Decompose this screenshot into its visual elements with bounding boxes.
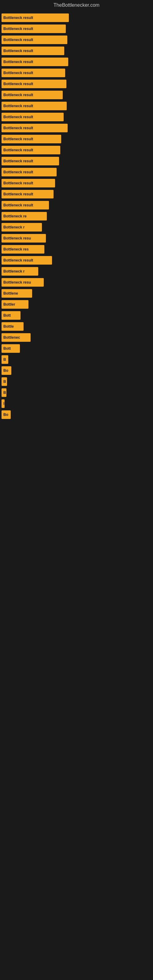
bar-label: Bottleneck result <box>3 16 33 20</box>
bottleneck-bar: Bottleneck result <box>2 102 67 110</box>
bar-label: Bott <box>3 346 11 351</box>
bar-row: Bottle <box>0 322 153 331</box>
bar-label: Bottleneck result <box>3 93 33 97</box>
bar-row: Bottleneck result <box>0 24 153 33</box>
bottleneck-bar: Bottleneck result <box>2 256 52 265</box>
bar-row: Bottleneck r <box>0 223 153 232</box>
bar-label: Bottleneck result <box>3 170 33 174</box>
bar-row: Bottleneck result <box>0 57 153 66</box>
bar-row: Bottler <box>0 300 153 309</box>
bar-label: Bottleneck result <box>3 181 33 185</box>
bar-row: Bo <box>0 410 153 419</box>
bottleneck-bar: Bottleneck res <box>2 245 45 254</box>
bottleneck-bar: Bottleneck result <box>2 201 49 210</box>
bottleneck-bar: Bottleneck re <box>2 212 47 221</box>
bar-row: Bottleneck result <box>0 135 153 143</box>
bar-row: Bottleneck result <box>0 201 153 210</box>
bar-row: Bottleneck re <box>0 212 153 221</box>
bar-label: Bottleneck resu <box>3 236 31 240</box>
bottleneck-bar: Bottleneck result <box>2 57 68 66</box>
bottleneck-bar: I <box>2 399 5 408</box>
bar-row: Bottleneck result <box>0 168 153 177</box>
bar-label: B <box>3 379 6 384</box>
bottleneck-bar: Bottleneck result <box>2 168 57 177</box>
bar-label: Bottleneck re <box>3 214 27 218</box>
bottleneck-bar: Bottleneck result <box>2 13 69 22</box>
bottleneck-bar: Bottlenec <box>2 333 30 342</box>
bar-label: Bottleneck result <box>3 49 33 53</box>
bar-row: Bottleneck result <box>0 46 153 55</box>
bottleneck-bar: Bottle <box>2 322 24 331</box>
bar-row: Bottleneck result <box>0 146 153 154</box>
bottleneck-bar: Bottleneck result <box>2 135 61 143</box>
bar-label: Bottleneck result <box>3 71 33 75</box>
bottleneck-bar: Bottleneck r <box>2 267 38 275</box>
bar-label: Bottleneck result <box>3 60 33 64</box>
bar-row: Bottleneck result <box>0 13 153 22</box>
bottleneck-bar: Bottleneck result <box>2 124 68 132</box>
bar-label: Bottler <box>3 302 15 307</box>
bar-row: Bottleneck result <box>0 68 153 77</box>
bar-label: Bottleneck result <box>3 192 33 196</box>
bar-label: Bottleneck result <box>3 126 33 130</box>
site-title: TheBottlenecker.com <box>0 0 153 10</box>
bottleneck-bar: Bottleneck resu <box>2 234 46 243</box>
bars-container: Bottleneck resultBottleneck resultBottle… <box>0 10 153 425</box>
bottleneck-bar: Bottleneck result <box>2 157 59 165</box>
bottleneck-bar: Bottleneck result <box>2 91 63 99</box>
bar-row: B <box>0 355 153 364</box>
bar-label: Bottleneck r <box>3 225 24 229</box>
bar-row: Bottleneck result <box>0 91 153 99</box>
bar-label: Bottleneck result <box>3 258 33 262</box>
bar-row: Bottleneck result <box>0 190 153 199</box>
bar-label: Bottleneck result <box>3 148 33 152</box>
bottleneck-bar: Bottleneck result <box>2 146 60 154</box>
bar-row: Bottleneck resu <box>0 234 153 243</box>
bar-row: Bo <box>0 366 153 375</box>
bottleneck-bar: Bottler <box>2 300 29 309</box>
bar-label: I <box>3 401 4 406</box>
bottleneck-bar: Bottleneck result <box>2 113 64 121</box>
bar-row: Bottleneck result <box>0 80 153 88</box>
bar-label: Bottleneck result <box>3 203 33 207</box>
bar-row: Bottleneck result <box>0 157 153 165</box>
bar-row: Bottleneck result <box>0 256 153 265</box>
bar-row: B <box>0 388 153 397</box>
bottleneck-bar: Bottlene <box>2 289 32 298</box>
bottleneck-bar: Bottleneck result <box>2 179 55 188</box>
bottleneck-bar: Bottleneck result <box>2 80 66 88</box>
bottleneck-bar: B <box>2 377 7 386</box>
bottleneck-bar: Bo <box>2 410 11 419</box>
bar-label: Bottlenec <box>3 335 20 340</box>
bar-label: B <box>3 390 6 395</box>
bar-label: Bott <box>3 313 11 318</box>
bar-row: Bottleneck result <box>0 102 153 110</box>
bar-row: Bottleneck result <box>0 124 153 132</box>
bar-label: Bottle <box>3 324 14 329</box>
bar-label: Bottleneck resu <box>3 280 31 285</box>
bar-label: Bottlene <box>3 291 18 296</box>
bar-label: B <box>3 357 6 362</box>
bar-label: Bottleneck result <box>3 27 33 31</box>
bar-row: Bott <box>0 344 153 353</box>
bottleneck-bar: Bottleneck result <box>2 24 66 33</box>
bottleneck-bar: Bott <box>2 311 21 320</box>
bar-row: Bottleneck result <box>0 179 153 188</box>
bottleneck-bar: Bottleneck result <box>2 68 65 77</box>
bar-label: Bottleneck result <box>3 115 33 119</box>
bar-label: Bottleneck result <box>3 82 33 86</box>
bar-row: Bottlene <box>0 289 153 298</box>
bottleneck-bar: Bottleneck r <box>2 223 42 232</box>
bar-label: Bottleneck result <box>3 104 33 108</box>
bar-label: Bo <box>3 368 8 373</box>
bar-label: Bottleneck result <box>3 137 33 141</box>
bar-row: I <box>0 399 153 408</box>
bar-label: Bo <box>3 412 8 417</box>
bar-row: Bottlenec <box>0 333 153 342</box>
bottleneck-bar: Bott <box>2 344 20 353</box>
bottleneck-bar: Bottleneck result <box>2 46 64 55</box>
bar-row: Bottleneck resu <box>0 278 153 286</box>
bar-label: Bottleneck res <box>3 247 29 251</box>
bottleneck-bar: Bottleneck resu <box>2 278 44 286</box>
bar-label: Bottleneck result <box>3 38 33 42</box>
